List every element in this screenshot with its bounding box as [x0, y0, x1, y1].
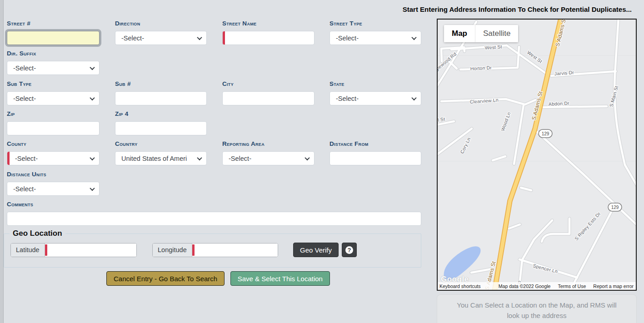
geo-location-row: Latitude Longitude Geo Verify ? — [10, 243, 421, 257]
field-comments: Comments — [7, 201, 421, 226]
window-edge-strip — [0, 0, 4, 323]
street-number-label: Street # — [7, 20, 100, 27]
field-street-number: Street # — [7, 20, 100, 45]
country-select-value: United States of Ameri — [121, 155, 187, 162]
street-type-select[interactable]: -Select- — [329, 31, 421, 45]
help-button[interactable]: ? — [342, 243, 357, 257]
chevron-down-icon — [305, 155, 310, 160]
terms-of-use-link[interactable]: Terms of Use — [558, 283, 586, 289]
field-city: City — [222, 80, 315, 105]
map-data-attribution: Map data ©2022 Google — [499, 283, 551, 289]
zip4-label: Zip 4 — [115, 110, 207, 117]
map-type-satellite-button[interactable]: Satellite — [475, 25, 518, 42]
street-name-input[interactable] — [222, 31, 315, 45]
direction-select[interactable]: -Select- — [115, 31, 207, 45]
sub-type-select-value: -Select- — [13, 95, 36, 102]
state-select-value: -Select- — [336, 95, 359, 102]
reporting-area-label: Reporting Area — [222, 140, 315, 147]
country-label: Country — [115, 140, 207, 147]
distance-units-label: Distance Units — [7, 171, 100, 178]
question-mark-icon: ? — [345, 246, 353, 254]
street-type-select-value: -Select- — [336, 35, 359, 42]
map-canvas[interactable]: 129129 West StWest Stglewood RdHorton Dr… — [438, 20, 636, 290]
field-county: County -Select- — [7, 140, 100, 165]
cancel-entry-button[interactable]: Cancel Entry - Go Back To Search — [106, 271, 225, 286]
street-name-label: Street Name — [222, 20, 315, 27]
street-label: Horton Dr — [470, 65, 492, 71]
address-entry-page: { "header": { "duplicates_notice": "Star… — [0, 0, 644, 323]
state-label: State — [329, 80, 421, 87]
dir-suffix-select[interactable]: -Select- — [7, 61, 100, 75]
map-attribution-bar: Keyboard shortcuts Map data ©2022 Google… — [438, 282, 636, 290]
chevron-down-icon — [90, 155, 95, 160]
chevron-down-icon — [197, 35, 202, 40]
field-street-type: Street Type -Select- — [329, 20, 421, 45]
county-select[interactable]: -Select- — [7, 151, 100, 165]
longitude-input[interactable] — [195, 243, 278, 257]
geo-verify-button[interactable]: Geo Verify — [293, 243, 339, 257]
field-dir-suffix: Dir. Suffix -Select- — [7, 50, 100, 75]
map-type-control: Map Satellite — [444, 25, 518, 42]
field-country: Country United States of Ameri — [115, 140, 207, 165]
field-zip4: Zip 4 — [115, 110, 207, 135]
chevron-down-icon — [90, 185, 95, 190]
longitude-group: Longitude — [152, 243, 278, 257]
reporting-area-select-value: -Select- — [229, 155, 251, 162]
latitude-input[interactable] — [47, 243, 136, 257]
sub-number-label: Sub # — [115, 80, 207, 87]
county-label: County — [7, 140, 100, 147]
state-select[interactable]: -Select- — [329, 91, 421, 105]
sub-number-input[interactable] — [115, 91, 207, 105]
field-state: State -Select- — [329, 80, 421, 105]
direction-label: Direction — [115, 20, 207, 27]
field-distance-units: Distance Units -Select- — [7, 171, 100, 196]
field-zip: Zip — [7, 110, 100, 135]
field-direction: Direction -Select- — [115, 20, 207, 45]
chevron-down-icon — [411, 35, 416, 40]
action-button-row: Cancel Entry - Go Back To Search Save & … — [106, 271, 330, 286]
duplicates-notice: Start Entering Address Information To Ch… — [403, 5, 632, 13]
longitude-label: Longitude — [153, 243, 192, 257]
field-street-name: Street Name — [222, 20, 315, 45]
zip-input[interactable] — [7, 121, 100, 135]
zip-label: Zip — [7, 110, 100, 117]
route-129-shield-text: 129 — [611, 205, 619, 210]
direction-select-value: -Select- — [121, 35, 144, 42]
field-distance-from: Distance From — [329, 140, 421, 165]
distance-units-select-value: -Select- — [13, 185, 36, 193]
city-input[interactable] — [222, 91, 315, 105]
country-select[interactable]: United States of Ameri — [115, 151, 207, 165]
latitude-group: Latitude — [10, 243, 137, 257]
chevron-down-icon — [90, 95, 95, 100]
save-select-location-button[interactable]: Save & Select This Location — [230, 271, 330, 286]
map-type-map-button[interactable]: Map — [444, 25, 475, 42]
street-type-label: Street Type — [329, 20, 421, 27]
sub-type-label: Sub Type — [7, 80, 100, 87]
distance-from-input[interactable] — [329, 151, 421, 165]
route-129-shield-text: 129 — [542, 131, 549, 136]
street-number-input[interactable] — [7, 31, 100, 45]
sub-type-select[interactable]: -Select- — [7, 91, 100, 105]
distance-units-select[interactable]: -Select- — [7, 182, 100, 196]
dir-suffix-label: Dir. Suffix — [7, 50, 100, 57]
map-panel[interactable]: 129129 West StWest Stglewood RdHorton Dr… — [437, 19, 637, 291]
report-map-error-link[interactable]: Report a map error — [593, 283, 634, 289]
street-label: Abdon Dr — [548, 100, 569, 107]
comments-label: Comments — [7, 201, 421, 208]
reporting-area-select[interactable]: -Select- — [222, 151, 315, 165]
geo-location-fieldset: Geo Location Latitude Longitude Geo Veri… — [4, 229, 421, 268]
zip4-input[interactable] — [115, 121, 207, 135]
comments-input[interactable] — [7, 212, 421, 226]
dir-suffix-select-value: -Select- — [13, 65, 36, 72]
latitude-label: Latitude — [11, 243, 45, 257]
field-sub-number: Sub # — [115, 80, 207, 105]
map-help-note: You Can Select a Location on the Map, an… — [437, 294, 637, 323]
field-sub-type: Sub Type -Select- — [7, 80, 100, 105]
geo-location-legend: Geo Location — [10, 229, 65, 238]
keyboard-shortcuts-link[interactable]: Keyboard shortcuts — [439, 283, 480, 289]
field-reporting-area: Reporting Area -Select- — [222, 140, 315, 165]
chevron-down-icon — [197, 155, 202, 160]
county-select-value: -Select- — [15, 155, 38, 162]
distance-from-label: Distance From — [329, 140, 421, 147]
chevron-down-icon — [90, 65, 95, 70]
